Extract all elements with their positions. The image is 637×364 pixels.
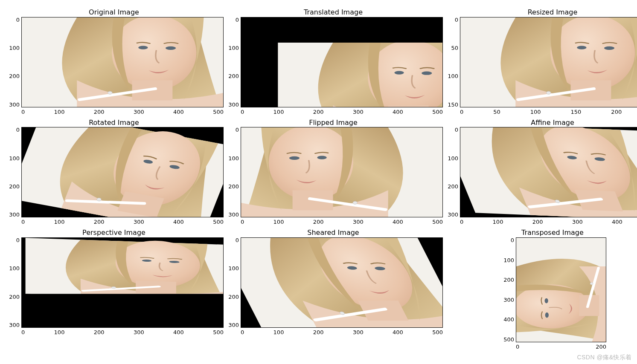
x-tick-label: 500 bbox=[432, 109, 443, 115]
svg-point-39 bbox=[289, 156, 300, 160]
subplot-8: Transposed Image0100200300400500 0200 bbox=[443, 229, 637, 350]
y-axis: 050100150 bbox=[443, 17, 460, 107]
x-tick-label: 0 bbox=[21, 219, 25, 225]
x-axis: 050100150200250 bbox=[460, 107, 637, 115]
x-tick-label: 500 bbox=[432, 219, 443, 225]
y-tick-label: 300 bbox=[9, 212, 20, 217]
x-tick-label: 0 bbox=[241, 219, 244, 225]
svg-point-41 bbox=[353, 201, 357, 204]
x-axis: 0100200300400500 bbox=[241, 328, 443, 335]
subplot-7: Sheared Image0100200300 0100200300400500 bbox=[224, 229, 443, 350]
x-tick-label: 400 bbox=[173, 219, 184, 225]
y-tick-label: 0 bbox=[455, 127, 458, 133]
x-tick-label: 100 bbox=[54, 219, 65, 225]
x-tick-label: 150 bbox=[571, 109, 582, 115]
y-tick-label: 100 bbox=[228, 45, 239, 51]
y-tick-label: 100 bbox=[9, 45, 20, 51]
y-axis: 0100200300 bbox=[4, 237, 21, 328]
svg-point-13 bbox=[422, 71, 432, 75]
y-tick-label: 0 bbox=[236, 127, 239, 133]
x-tick-label: 400 bbox=[173, 329, 184, 335]
image-axes bbox=[241, 127, 443, 217]
axes-area: 0100200300 0100200300400500 bbox=[443, 127, 637, 225]
subplot-title: Perspective Image bbox=[82, 229, 145, 237]
y-tick-label: 0 bbox=[16, 17, 20, 23]
x-axis: 0200 bbox=[516, 342, 606, 350]
x-tick-label: 0 bbox=[21, 109, 25, 115]
x-tick-label: 500 bbox=[213, 329, 224, 335]
y-tick-label: 100 bbox=[228, 266, 239, 271]
axes-area: 0100200300 0100200300400500 bbox=[224, 17, 443, 115]
subplot-4: Flipped Image0100200300 0100200300400500 bbox=[224, 119, 443, 229]
x-tick-label: 400 bbox=[393, 109, 403, 115]
subplot-title: Transposed Image bbox=[521, 229, 584, 237]
y-tick-label: 0 bbox=[236, 17, 239, 23]
subplot-title: Resized Image bbox=[528, 9, 578, 16]
image-axes bbox=[460, 127, 637, 217]
x-tick-label: 100 bbox=[530, 109, 541, 115]
image-axes bbox=[516, 237, 606, 342]
x-tick-label: 0 bbox=[241, 109, 244, 115]
image-axes bbox=[241, 237, 443, 328]
svg-point-7 bbox=[108, 91, 112, 94]
y-tick-label: 300 bbox=[9, 102, 20, 107]
y-axis: 0100200300 bbox=[4, 127, 21, 217]
x-axis: 0100200300400500 bbox=[21, 328, 224, 335]
subplot-title: Sheared Image bbox=[307, 229, 359, 237]
subplot-title: Flipped Image bbox=[309, 119, 358, 127]
svg-rect-17 bbox=[241, 17, 278, 107]
y-axis: 0100200300400500 bbox=[499, 237, 516, 342]
y-tick-label: 100 bbox=[448, 73, 458, 79]
y-tick-label: 300 bbox=[228, 322, 239, 328]
svg-point-23 bbox=[604, 46, 614, 49]
x-tick-label: 50 bbox=[493, 109, 500, 115]
y-tick-label: 100 bbox=[9, 266, 20, 271]
x-tick-label: 200 bbox=[94, 109, 105, 115]
x-tick-label: 100 bbox=[493, 219, 503, 225]
image-axes bbox=[241, 17, 443, 107]
svg-point-25 bbox=[547, 91, 551, 94]
x-tick-label: 100 bbox=[54, 329, 65, 335]
y-tick-label: 300 bbox=[448, 212, 458, 217]
x-axis: 0100200300400500 bbox=[241, 107, 443, 115]
image-axes bbox=[21, 237, 224, 328]
y-tick-label: 0 bbox=[16, 127, 20, 133]
y-axis: 0100200300 bbox=[4, 17, 21, 107]
x-tick-label: 400 bbox=[393, 219, 403, 225]
y-tick-label: 150 bbox=[448, 102, 458, 107]
x-tick-label: 100 bbox=[54, 109, 65, 115]
x-tick-label: 0 bbox=[460, 109, 463, 115]
y-tick-label: 300 bbox=[503, 297, 514, 303]
subplot-title: Rotated Image bbox=[89, 119, 139, 127]
x-axis: 0100200300400500 bbox=[460, 217, 637, 225]
svg-point-74 bbox=[590, 283, 593, 285]
axes-area: 050100150 050100150200250 bbox=[443, 17, 637, 115]
subplot-1: Translated Image0100200300 0100200300400… bbox=[224, 9, 443, 119]
y-tick-label: 200 bbox=[9, 73, 20, 79]
subplot-5: Affine Image0100200300 0100200300400500 bbox=[443, 119, 637, 229]
svg-point-72 bbox=[545, 312, 549, 318]
subplot-6: Perspective Image0100200300 010020030040… bbox=[4, 229, 224, 350]
x-axis: 0100200300400500 bbox=[21, 217, 224, 225]
x-tick-label: 0 bbox=[516, 344, 519, 350]
y-tick-label: 100 bbox=[448, 156, 458, 161]
x-tick-label: 300 bbox=[134, 329, 144, 335]
y-tick-label: 200 bbox=[9, 184, 20, 189]
axes-area: 0100200300 0100200300400500 bbox=[4, 127, 224, 225]
y-tick-label: 100 bbox=[228, 156, 239, 161]
axes-area: 0100200300400500 0200 bbox=[499, 237, 606, 350]
image-axes bbox=[460, 17, 637, 107]
y-tick-label: 200 bbox=[9, 294, 20, 300]
x-tick-label: 200 bbox=[532, 219, 543, 225]
y-axis: 0100200300 bbox=[224, 127, 241, 217]
x-tick-label: 200 bbox=[313, 219, 324, 225]
x-tick-label: 100 bbox=[273, 329, 284, 335]
subplot-2: Resized Image050100150 050100150200250 bbox=[443, 9, 637, 119]
y-tick-label: 200 bbox=[228, 294, 239, 300]
x-tick-label: 300 bbox=[353, 329, 364, 335]
y-tick-label: 0 bbox=[511, 237, 514, 243]
x-tick-label: 400 bbox=[393, 329, 403, 335]
y-axis: 0100200300 bbox=[224, 237, 241, 328]
subplot-title: Translated Image bbox=[304, 9, 363, 16]
x-tick-label: 200 bbox=[611, 109, 622, 115]
